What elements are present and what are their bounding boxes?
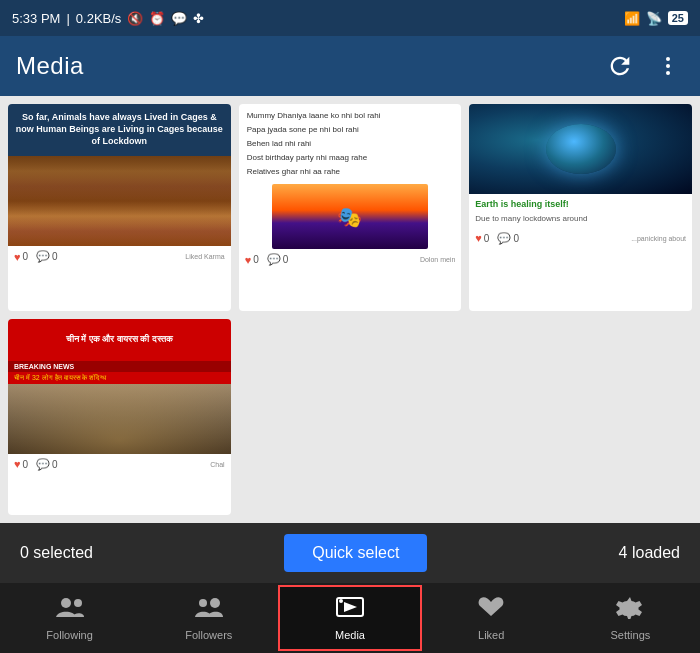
nav-item-liked[interactable]: Liked [422, 587, 561, 649]
card3-healing-text: Earth is healing itself! [475, 198, 686, 211]
card2-line1: Mummy Dhaniya laane ko nhi bol rahi [247, 110, 454, 122]
card3-image [469, 104, 692, 194]
liked-icon [477, 595, 505, 625]
card4-label: Chal [210, 461, 224, 468]
refresh-button[interactable] [604, 50, 636, 82]
separator: | [66, 11, 69, 26]
card3-comments: 💬 0 [497, 232, 519, 245]
card2-line2: Papa jyada sone pe nhi bol rahi [247, 124, 454, 136]
svg-point-1 [666, 64, 670, 68]
followers-icon [195, 595, 223, 625]
card2-line4: Dost birthday party nhi maag rahe [247, 152, 454, 164]
card3-likes: ♥ 0 [475, 232, 489, 244]
svg-point-2 [666, 71, 670, 75]
status-right: 📶 📡 25 [624, 11, 688, 26]
card3-sub-text: Due to many lockdowns around [475, 213, 686, 224]
following-icon [56, 595, 84, 625]
liked-label: Liked [478, 629, 504, 641]
media-card-2[interactable]: Mummy Dhaniya laane ko nhi bol rahi Papa… [239, 104, 462, 311]
bottom-navigation: Following Followers Media [0, 583, 700, 653]
wifi-icon: 📡 [646, 11, 662, 26]
card3-label: ...panicking about [631, 235, 686, 242]
card4-header-text: चीन में एक और वायरस की दस्तक [8, 319, 231, 361]
svg-point-4 [74, 599, 82, 607]
card2-line5: Relatives ghar nhi aa rahe [247, 166, 454, 178]
settings-icon [616, 595, 644, 625]
following-label: Following [46, 629, 92, 641]
heart-icon-2: ♥ [245, 254, 252, 266]
earth-visual [546, 124, 616, 174]
comment-icon-2: 💬 [267, 253, 281, 266]
svg-marker-8 [344, 602, 357, 612]
quick-select-button[interactable]: Quick select [284, 534, 427, 572]
svg-point-6 [210, 598, 220, 608]
loaded-count: 4 loaded [619, 544, 680, 562]
card1-image [8, 156, 231, 246]
more-options-button[interactable] [652, 50, 684, 82]
comment-icon-4: 💬 [36, 458, 50, 471]
svg-point-5 [199, 599, 207, 607]
card2-footer: ♥ 0 💬 0 Dolon mein [239, 249, 462, 270]
card1-header-text: So far, Animals have always Lived in Cag… [8, 104, 231, 156]
app-title: Media [16, 52, 84, 80]
card2-likes: ♥ 0 [245, 254, 259, 266]
signal-icon: 📶 [624, 11, 640, 26]
card4-likes: ♥ 0 [14, 458, 28, 470]
svg-point-0 [666, 57, 670, 61]
card3-text-content: Earth is healing itself! Due to many loc… [469, 194, 692, 228]
card1-comments: 💬 0 [36, 250, 58, 263]
heart-icon-4: ♥ [14, 458, 21, 470]
app-bar: Media [0, 36, 700, 96]
card4-footer: ♥ 0 💬 0 Chal [8, 454, 231, 475]
settings-label: Settings [611, 629, 651, 641]
selection-bar: 0 selected Quick select 4 loaded [0, 523, 700, 583]
status-left: 5:33 PM | 0.2KB/s 🔇 ⏰ 💬 ✤ [12, 11, 204, 26]
media-icon [336, 595, 364, 625]
card4-image [8, 384, 231, 454]
nav-item-following[interactable]: Following [0, 587, 139, 649]
alarm-icon: ⏰ [149, 11, 165, 26]
card2-label: Dolon mein [420, 256, 455, 263]
card4-comments: 💬 0 [36, 458, 58, 471]
card3-footer: ♥ 0 💬 0 ...panicking about [469, 228, 692, 249]
battery-level: 25 [668, 11, 688, 25]
status-bar: 5:33 PM | 0.2KB/s 🔇 ⏰ 💬 ✤ 📶 📡 25 [0, 0, 700, 36]
whatsapp-icon: 💬 [171, 11, 187, 26]
svg-point-9 [339, 599, 343, 603]
card1-label: Liked Karma [185, 253, 224, 260]
followers-label: Followers [185, 629, 232, 641]
nav-item-followers[interactable]: Followers [139, 587, 278, 649]
heart-icon: ♥ [14, 251, 21, 263]
card1-likes: ♥ 0 [14, 251, 28, 263]
app-bar-actions [604, 50, 684, 82]
card2-line3: Behen lad nhi rahi [247, 138, 454, 150]
mute-icon: 🔇 [127, 11, 143, 26]
card1-footer: ♥ 0 💬 0 Liked Karma [8, 246, 231, 267]
media-label: Media [335, 629, 365, 641]
time: 5:33 PM [12, 11, 60, 26]
comment-icon-3: 💬 [497, 232, 511, 245]
card2-image: 🎭 [272, 184, 428, 249]
media-card-1[interactable]: So far, Animals have always Lived in Cag… [8, 104, 231, 311]
media-card-4[interactable]: चीन में एक और वायरस की दस्तक BREAKING NE… [8, 319, 231, 516]
selected-count: 0 selected [20, 544, 93, 562]
media-card-3[interactable]: Earth is healing itself! Due to many loc… [469, 104, 692, 311]
heart-icon-3: ♥ [475, 232, 482, 244]
nav-item-media[interactable]: Media [278, 585, 421, 651]
card4-img-overlay [8, 384, 231, 454]
card4-sub-text: चीन में 32 लोग हैत वायरस के शंदिग्ध [8, 372, 231, 384]
card2-comments: 💬 0 [267, 253, 289, 266]
comment-icon: 💬 [36, 250, 50, 263]
card2-img-icon: 🎭 [337, 205, 362, 229]
card2-text-content: Mummy Dhaniya laane ko nhi bol rahi Papa… [239, 104, 462, 184]
nav-item-settings[interactable]: Settings [561, 587, 700, 649]
svg-point-3 [61, 598, 71, 608]
network-speed: 0.2KB/s [76, 11, 122, 26]
card4-breaking-news: BREAKING NEWS [8, 361, 231, 372]
media-grid: So far, Animals have always Lived in Cag… [0, 96, 700, 523]
plus-icon: ✤ [193, 11, 204, 26]
